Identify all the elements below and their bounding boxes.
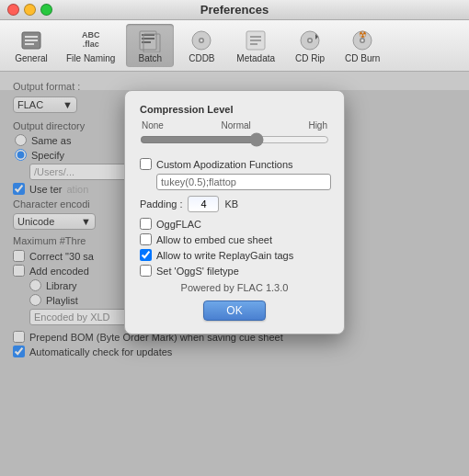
general-label: General [15, 53, 48, 63]
toolbar-item-cd-rip[interactable]: CD Rip [286, 24, 334, 67]
metadata-label: Metadata [236, 53, 275, 63]
padding-row: Padding : KB [140, 196, 329, 212]
embed-cue-label: Allow to embed cue sheet [156, 234, 272, 245]
batch-icon [135, 28, 165, 53]
ogg-flac-label: OggFLAC [156, 219, 201, 230]
replay-gain-label: Allow to write ReplayGain tags [156, 250, 293, 261]
set-oggs-row: Set 'OggS' filetype [140, 265, 329, 277]
svg-point-18 [309, 40, 312, 42]
padding-input[interactable] [188, 196, 219, 212]
compression-slider[interactable] [140, 132, 329, 147]
svg-point-11 [200, 40, 203, 42]
window-title: Preferences [200, 3, 269, 17]
svg-text:☢: ☢ [359, 29, 367, 40]
toolbar-item-file-naming[interactable]: ABC.flac File Naming [59, 24, 122, 67]
cd-burn-icon: ☢ [348, 28, 377, 53]
toolbar-item-metadata[interactable]: Metadata [229, 24, 282, 67]
compression-title: Compression Level [140, 104, 329, 115]
replay-gain-row: Allow to write ReplayGain tags [140, 249, 329, 261]
svg-rect-3 [25, 43, 34, 45]
padding-unit: KB [224, 198, 238, 210]
slider-high-label: High [308, 120, 327, 130]
toolbar-item-general[interactable]: General [7, 24, 55, 67]
modal-overlay: Compression Level None Normal High Custo… [0, 90, 469, 476]
custom-apod-label: Custom Apodization Functions [156, 159, 293, 170]
svg-rect-2 [25, 40, 38, 41]
set-oggs-label: Set 'OggS' filetype [156, 266, 239, 277]
file-naming-label: File Naming [66, 53, 115, 63]
ogg-flac-row: OggFLAC [140, 218, 329, 230]
powered-by-text: Powered by FLAC 1.3.0 [140, 282, 329, 293]
toolbar-item-cddb[interactable]: CDDB [177, 24, 225, 67]
ok-button[interactable]: OK [203, 300, 265, 321]
batch-label: Batch [139, 53, 163, 63]
minimize-button[interactable] [24, 4, 36, 16]
flac-settings-modal: Compression Level None Normal High Custo… [124, 90, 345, 334]
close-button[interactable] [7, 4, 19, 16]
general-icon [17, 28, 46, 53]
embed-cue-row: Allow to embed cue sheet [140, 233, 329, 245]
custom-apod-checkbox[interactable] [140, 158, 152, 170]
slider-none-label: None [142, 120, 164, 130]
file-naming-icon: ABC.flac [76, 28, 106, 53]
cddb-label: CDDB [189, 53, 214, 63]
toolbar: General ABC.flac File Naming Batch CDDB [0, 20, 469, 72]
cd-rip-label: CD Rip [295, 53, 325, 63]
maximize-button[interactable] [40, 4, 52, 16]
toolbar-item-cd-burn[interactable]: ☢ CD Burn [337, 24, 387, 67]
slider-labels: None Normal High [140, 120, 329, 130]
svg-rect-1 [25, 36, 38, 38]
cd-rip-icon [295, 28, 325, 53]
title-bar: Preferences [0, 0, 469, 20]
replay-gain-checkbox[interactable] [140, 249, 152, 261]
set-oggs-checkbox[interactable] [140, 265, 152, 277]
metadata-icon [241, 28, 270, 53]
apod-input[interactable] [156, 174, 331, 190]
toolbar-item-batch[interactable]: Batch [126, 24, 174, 67]
padding-label: Padding : [140, 198, 182, 210]
embed-cue-checkbox[interactable] [140, 233, 152, 245]
cd-burn-label: CD Burn [345, 53, 380, 63]
cddb-icon [187, 28, 216, 53]
window-controls [7, 4, 52, 16]
compression-section: Compression Level None Normal High [140, 104, 329, 149]
slider-normal-label: Normal [222, 120, 251, 130]
custom-apod-row: Custom Apodization Functions [140, 158, 329, 170]
ogg-flac-checkbox[interactable] [140, 218, 152, 230]
